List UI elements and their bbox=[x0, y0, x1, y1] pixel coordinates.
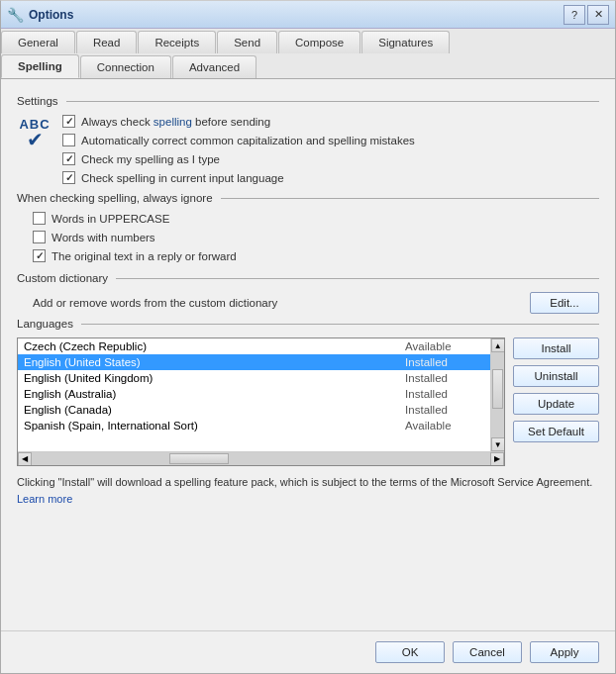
lang-name: English (United States) bbox=[24, 356, 405, 368]
custom-dict-description: Add or remove words from the custom dict… bbox=[33, 297, 277, 309]
languages-area: Languages Czech (Czech Republic) Availab… bbox=[17, 318, 599, 507]
lang-status: Installed bbox=[405, 372, 484, 384]
info-main: Clicking "Install" will download a spell… bbox=[17, 476, 592, 488]
abc-icon-area: ABC ✔ bbox=[17, 117, 52, 184]
tab-advanced[interactable]: Advanced bbox=[172, 55, 257, 78]
set-default-button[interactable]: Set Default bbox=[513, 421, 599, 442]
checkbox-as-i-type-label: Check my spelling as I type bbox=[81, 153, 220, 165]
checkbox-always-spell[interactable] bbox=[62, 115, 75, 128]
tab-read[interactable]: Read bbox=[76, 31, 138, 53]
horizontal-scrollbar[interactable]: ◀ ▶ bbox=[18, 451, 504, 465]
checkbox-autocorrect-label: Automatically correct common capitalizat… bbox=[81, 135, 415, 146]
languages-label: Languages bbox=[17, 318, 73, 330]
options-window: 🔧 Options ? ✕ General Read Receipts Send… bbox=[0, 0, 616, 674]
ok-button[interactable]: OK bbox=[375, 641, 445, 663]
settings-checkboxes: Always check spelling before sending Aut… bbox=[62, 115, 599, 184]
scroll-up-btn[interactable]: ▲ bbox=[491, 338, 505, 352]
ignore-row-1: Words in UPPERCASE bbox=[33, 212, 599, 225]
ignore-checkboxes: Words in UPPERCASE Words with numbers Th… bbox=[33, 212, 599, 262]
scroll-track[interactable] bbox=[491, 352, 504, 437]
tab-receipts[interactable]: Receipts bbox=[138, 31, 216, 53]
apply-button[interactable]: Apply bbox=[530, 641, 599, 663]
custom-dict-divider bbox=[116, 278, 599, 279]
ignore-row-2: Words with numbers bbox=[33, 231, 599, 243]
tab-compose[interactable]: Compose bbox=[278, 31, 360, 53]
lang-name: English (United Kingdom) bbox=[24, 372, 405, 384]
scroll-thumb[interactable] bbox=[492, 369, 503, 409]
checkbox-input-lang[interactable] bbox=[62, 171, 75, 184]
settings-section-header: Settings bbox=[17, 95, 599, 107]
custom-dict-row: Add or remove words from the custom dict… bbox=[33, 292, 599, 314]
checkbox-numbers[interactable] bbox=[33, 231, 46, 243]
lang-status: Available bbox=[405, 340, 484, 352]
languages-list-container: Czech (Czech Republic) Available English… bbox=[17, 337, 599, 466]
language-buttons: Install Uninstall Update Set Default bbox=[513, 337, 599, 442]
lang-name: English (Canada) bbox=[24, 404, 405, 416]
lang-status: Installed bbox=[405, 356, 484, 368]
tab-general[interactable]: General bbox=[1, 31, 75, 53]
list-item[interactable]: English (Canada) Installed bbox=[18, 402, 490, 418]
scroll-left-btn[interactable]: ◀ bbox=[18, 452, 32, 466]
checkbox-as-i-type[interactable] bbox=[62, 152, 75, 165]
install-button[interactable]: Install bbox=[513, 337, 599, 359]
lang-status: Available bbox=[405, 420, 484, 432]
checkbox-input-lang-label: Check spelling in current input language bbox=[81, 172, 284, 184]
tab-send[interactable]: Send bbox=[217, 31, 277, 53]
settings-area: ABC ✔ Always check spelling before sendi… bbox=[17, 115, 599, 184]
footer: OK Cancel Apply bbox=[1, 630, 615, 673]
ignore-row-3: The original text in a reply or forward bbox=[33, 249, 599, 262]
checkbox-row-1: Always check spelling before sending bbox=[62, 115, 599, 128]
lang-name: English (Australia) bbox=[24, 388, 405, 400]
languages-list-wrapper: Czech (Czech Republic) Available English… bbox=[17, 337, 505, 466]
checkbox-reply-label: The original text in a reply or forward bbox=[51, 250, 237, 262]
checkbox-row-3: Check my spelling as I type bbox=[62, 152, 599, 165]
cancel-button[interactable]: Cancel bbox=[453, 641, 522, 663]
ignore-divider bbox=[221, 198, 599, 199]
custom-dict-label: Custom dictionary bbox=[17, 272, 108, 284]
tab-signatures[interactable]: Signatures bbox=[361, 31, 450, 53]
tab-connection[interactable]: Connection bbox=[80, 55, 171, 78]
lang-status: Installed bbox=[405, 404, 484, 416]
hscroll-track[interactable] bbox=[32, 452, 490, 465]
close-button[interactable]: ✕ bbox=[587, 5, 609, 25]
help-button[interactable]: ? bbox=[564, 5, 585, 25]
tab-spelling[interactable]: Spelling bbox=[1, 54, 79, 78]
update-button[interactable]: Update bbox=[513, 393, 599, 415]
info-text: Clicking "Install" will download a spell… bbox=[17, 474, 599, 507]
languages-list[interactable]: Czech (Czech Republic) Available English… bbox=[18, 338, 490, 451]
hscroll-thumb[interactable] bbox=[169, 453, 229, 464]
edit-button[interactable]: Edit... bbox=[530, 292, 599, 314]
checkbox-autocorrect[interactable] bbox=[62, 134, 75, 146]
ignore-label: When checking spelling, always ignore bbox=[17, 192, 213, 204]
list-scroll-area: Czech (Czech Republic) Available English… bbox=[18, 338, 504, 451]
scroll-right-btn[interactable]: ▶ bbox=[490, 452, 504, 466]
checkbox-uppercase-label: Words in UPPERCASE bbox=[51, 213, 169, 225]
list-item[interactable]: English (United States) Installed bbox=[18, 354, 490, 370]
learn-more-link[interactable]: Learn more bbox=[17, 493, 72, 505]
checkmark-icon: ✔ bbox=[27, 128, 44, 151]
list-item[interactable]: English (Australia) Installed bbox=[18, 386, 490, 402]
list-item[interactable]: English (United Kingdom) Installed bbox=[18, 370, 490, 386]
scroll-down-btn[interactable]: ▼ bbox=[491, 437, 505, 451]
custom-dict-section-header: Custom dictionary bbox=[17, 272, 599, 284]
languages-section-header: Languages bbox=[17, 318, 599, 330]
uninstall-button[interactable]: Uninstall bbox=[513, 365, 599, 387]
checkbox-row-4: Check spelling in current input language bbox=[62, 171, 599, 184]
list-item[interactable]: Czech (Czech Republic) Available bbox=[18, 338, 490, 354]
tab-bar-top: General Read Receipts Send Compose Signa… bbox=[1, 29, 615, 54]
vertical-scrollbar[interactable]: ▲ ▼ bbox=[490, 338, 504, 451]
window-icon: 🔧 bbox=[7, 7, 23, 23]
lang-name: Czech (Czech Republic) bbox=[24, 340, 405, 352]
languages-divider bbox=[81, 324, 599, 325]
highlight-spelling: spelling bbox=[154, 116, 192, 128]
checkbox-uppercase[interactable] bbox=[33, 212, 46, 225]
checkbox-reply[interactable] bbox=[33, 249, 46, 262]
tab-bar-bottom: Spelling Connection Advanced bbox=[1, 53, 615, 79]
content-area: Settings ABC ✔ Always check spelling bef… bbox=[1, 79, 615, 630]
ignore-section-header: When checking spelling, always ignore bbox=[17, 192, 599, 204]
settings-divider bbox=[66, 101, 599, 102]
checkbox-numbers-label: Words with numbers bbox=[51, 232, 155, 243]
title-controls: ? ✕ bbox=[564, 5, 609, 25]
title-bar: 🔧 Options ? ✕ bbox=[1, 1, 615, 29]
list-item[interactable]: Spanish (Spain, International Sort) Avai… bbox=[18, 418, 490, 433]
